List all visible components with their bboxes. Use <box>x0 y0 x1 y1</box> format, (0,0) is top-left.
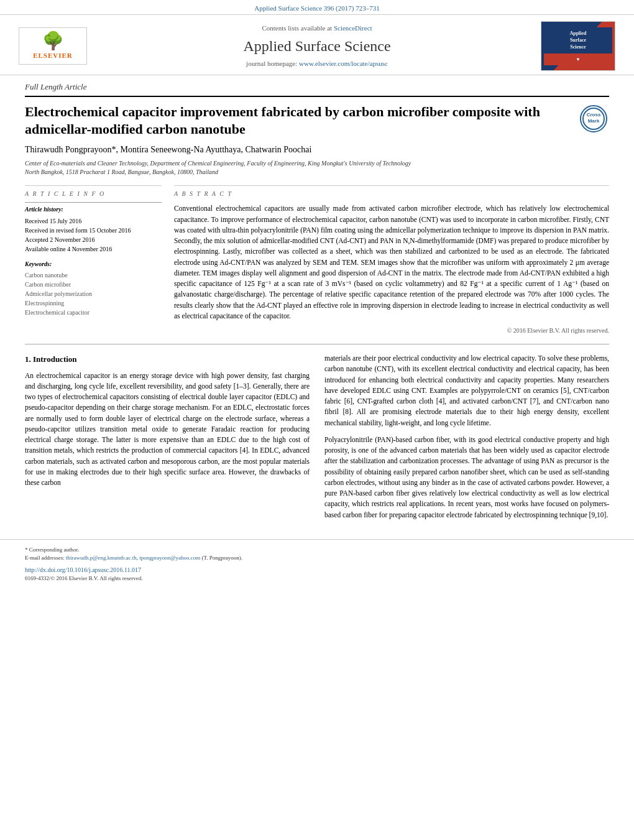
elsevier-logo: 🌳 ELSEVIER <box>12 27 93 65</box>
authors: Thirawudh Pongprayoon*, Montira Seneewon… <box>25 144 609 156</box>
journal-title: Applied Surface Science <box>106 36 528 57</box>
journal-homepage: journal homepage: www.elsevier.com/locat… <box>106 59 528 68</box>
doi-link[interactable]: http://dx.doi.org/10.1016/j.apsusc.2016.… <box>25 566 141 573</box>
email2[interactable]: tpongprayoon@yahoo.com <box>139 555 200 561</box>
history-available: Available online 4 November 2016 <box>25 244 162 254</box>
elsevier-wordmark: ELSEVIER <box>33 51 73 60</box>
section-divider <box>25 344 609 344</box>
history-label: Article history: <box>25 205 162 214</box>
footnote-corresponding: * Corresponding author. <box>25 546 609 555</box>
body-col-right: materials are their poor electrical cond… <box>324 353 609 527</box>
email-suffix: (T. Pongprayoon). <box>202 555 243 561</box>
homepage-url[interactable]: www.elsevier.com/locate/apsusc <box>299 60 388 67</box>
intro-paragraph-2: materials are their poor electrical cond… <box>324 353 609 428</box>
crossmark-badge: Cross Mark <box>578 103 609 134</box>
homepage-label: journal homepage: <box>246 60 297 67</box>
intro-heading: 1. Introduction <box>25 353 310 366</box>
elsevier-tree-icon: 🌳 <box>42 32 64 50</box>
elsevier-logo-box: 🌳 ELSEVIER <box>19 27 87 65</box>
contents-line: Contents lists available at ScienceDirec… <box>106 24 528 33</box>
footnote-doi: http://dx.doi.org/10.1016/j.apsusc.2016.… <box>25 565 609 575</box>
intro-paragraph-3: Polyacrylonitrile (PAN)-based carbon fib… <box>324 435 609 520</box>
keyword-5: Electrochemical capacitor <box>25 308 162 317</box>
journal-citation: Applied Surface Science 396 (2017) 723–7… <box>254 4 379 12</box>
copyright-line: © 2016 Elsevier B.V. All rights reserved… <box>174 326 609 335</box>
affiliation-line1: Center of Eco-materials and Cleaner Tech… <box>25 160 411 167</box>
section-title: Introduction <box>33 354 77 364</box>
header-area: 🌳 ELSEVIER Contents lists available at S… <box>0 15 634 75</box>
keyword-2: Carbon microfiber <box>25 280 162 289</box>
keywords-section: Keywords: Carbon nanotube Carbon microfi… <box>25 260 162 317</box>
keywords-label: Keywords: <box>25 260 162 269</box>
title-row: Electrochemical capacitor improvement fa… <box>25 103 609 139</box>
affiliation: Center of Eco-materials and Cleaner Tech… <box>25 159 609 177</box>
contents-text: Contents lists available at <box>262 24 332 32</box>
intro-paragraph-1: An electrochemical capacitor is an energ… <box>25 371 310 489</box>
abstract-heading: A B S T R A C T <box>174 190 609 198</box>
keyword-1: Carbon nanotube <box>25 270 162 280</box>
page-footer: * Corresponding author. E-mail addresses… <box>0 539 634 589</box>
section-number: 1. <box>25 354 31 364</box>
body-two-col: 1. Introduction An electrochemical capac… <box>25 353 609 527</box>
abstract-section: A B S T R A C T Conventional electrochem… <box>174 185 609 335</box>
history-accepted: Accepted 2 November 2016 <box>25 235 162 244</box>
article-type: Full Length Article <box>25 81 609 96</box>
crossmark-svg: Cross Mark <box>582 107 605 131</box>
history-revised: Received in revised form 15 October 2016 <box>25 226 162 235</box>
footnote-email: E-mail addresses: thirawudh.p@eng.kmutnb… <box>25 554 609 563</box>
corresponding-note: * Corresponding author. <box>25 547 79 553</box>
email-label: E-mail addresses: <box>25 555 65 561</box>
body-col-left: 1. Introduction An electrochemical capac… <box>25 353 310 527</box>
article-info-abstract: A R T I C L E I N F O Article history: R… <box>25 185 609 335</box>
main-content: Full Length Article Electrochemical capa… <box>0 75 634 538</box>
email1[interactable]: thirawudh.p@eng.kmutnb.ac.th <box>66 555 137 561</box>
history-received: Received 15 July 2016 <box>25 216 162 226</box>
article-title: Electrochemical capacitor improvement fa… <box>25 103 578 139</box>
journal-top-bar: Applied Surface Science 396 (2017) 723–7… <box>0 0 634 15</box>
header-center: Contents lists available at ScienceDirec… <box>93 24 541 68</box>
keyword-4: Electrospinning <box>25 298 162 308</box>
article-info-heading: A R T I C L E I N F O <box>25 190 162 198</box>
journal-logo-right: Applied Surface Science ♥ <box>541 21 615 71</box>
sciencedirect-link[interactable]: ScienceDirect <box>334 24 372 32</box>
article-info-section: A R T I C L E I N F O Article history: R… <box>25 185 162 317</box>
abstract-text: Conventional electrochemical capacitors … <box>174 203 609 321</box>
article-info-column: A R T I C L E I N F O Article history: R… <box>25 185 162 335</box>
abstract-column: A B S T R A C T Conventional electrochem… <box>174 185 609 335</box>
article-history: Article history: Received 15 July 2016 R… <box>25 202 162 254</box>
keyword-3: Admicellar polymerization <box>25 289 162 298</box>
page: Applied Surface Science 396 (2017) 723–7… <box>0 0 634 840</box>
svg-text:Cross: Cross <box>587 112 601 118</box>
authors-text: Thirawudh Pongprayoon*, Montira Seneewon… <box>25 145 311 154</box>
crossmark-icon: Cross Mark <box>580 105 607 132</box>
affiliation-line2: North Bangkok, 1518 Pracharat 1 Road, Ba… <box>25 168 218 175</box>
footnote-issn: 0169-4332/© 2016 Elsevier B.V. All right… <box>25 575 609 583</box>
svg-text:Mark: Mark <box>588 118 600 124</box>
